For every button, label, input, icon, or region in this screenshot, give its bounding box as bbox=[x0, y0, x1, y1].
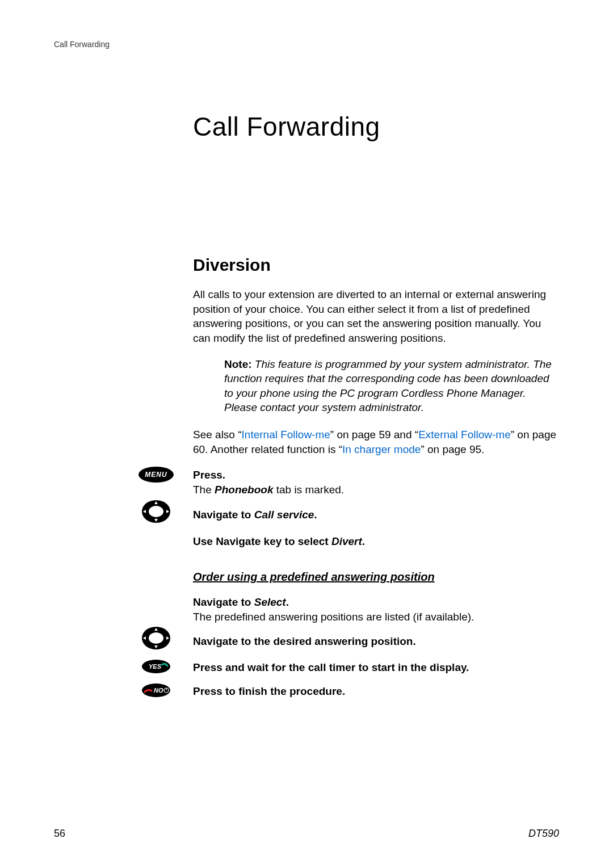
step-no: NO Press to finish the procedure. bbox=[193, 684, 559, 699]
navpos-text: Navigate to the desired answering positi… bbox=[193, 634, 559, 649]
note-label: Note: bbox=[224, 358, 252, 370]
page-number: 56 bbox=[54, 828, 65, 840]
step-navigate-select: Navigate to Select. The predefined answe… bbox=[193, 595, 559, 624]
page: Call Forwarding Call Forwarding Diversio… bbox=[0, 0, 613, 868]
divert-em: Divert bbox=[331, 535, 362, 547]
text: See also “ bbox=[193, 429, 242, 441]
text: ” on page 95. bbox=[421, 443, 484, 455]
link-internal-follow-me[interactable]: Internal Follow-me bbox=[242, 429, 330, 441]
text: . bbox=[286, 596, 289, 608]
no-icon: NO bbox=[141, 683, 171, 698]
steps-block-1: MENU Press. The Phonebook tab is marked. bbox=[193, 468, 559, 549]
svg-point-7 bbox=[149, 632, 163, 644]
menu-icon: MENU bbox=[138, 467, 174, 483]
section-title: Diversion bbox=[193, 255, 559, 275]
yes-icon: YES bbox=[141, 659, 171, 674]
step-press: MENU Press. The Phonebook tab is marked. bbox=[193, 468, 559, 497]
see-also-paragraph: See also “Internal Follow-me” on page 59… bbox=[193, 427, 559, 456]
link-external-follow-me[interactable]: External Follow-me bbox=[418, 429, 511, 441]
note-block: Note: This feature is programmed by your… bbox=[224, 357, 559, 416]
content-area: Call Forwarding Diversion All calls to y… bbox=[193, 49, 559, 698]
chapter-title: Call Forwarding bbox=[193, 111, 559, 142]
navigate-icon bbox=[141, 626, 171, 650]
running-header: Call Forwarding bbox=[54, 40, 559, 49]
svg-point-1 bbox=[149, 506, 163, 517]
intro-paragraph: All calls to your extension are diverted… bbox=[193, 287, 559, 346]
step-navigate-call-service: Navigate to Call service. bbox=[193, 508, 559, 522]
text: Use Navigate key to select bbox=[193, 535, 331, 547]
footer: 56 DT590 bbox=[54, 828, 559, 840]
step-yes: YES Press and wait for the call timer to… bbox=[193, 660, 559, 675]
text: Navigate to bbox=[193, 596, 254, 608]
steps-block-2: Navigate to Select. The predefined answe… bbox=[193, 595, 559, 698]
step-press-label: Press. bbox=[193, 469, 225, 481]
note-body: This feature is programmed by your syste… bbox=[224, 358, 552, 414]
text: Navigate to bbox=[193, 509, 254, 521]
navigate-icon bbox=[141, 500, 171, 523]
text: The bbox=[193, 484, 215, 496]
text: . bbox=[314, 509, 317, 521]
no-text: Press to finish the procedure. bbox=[193, 684, 559, 699]
select-em: Select bbox=[254, 596, 286, 608]
svg-text:NO: NO bbox=[154, 687, 163, 694]
model-label: DT590 bbox=[528, 828, 559, 840]
step-select-divert: Use Navigate key to select Divert. bbox=[193, 534, 559, 549]
text: . bbox=[362, 535, 365, 547]
yes-text: Press and wait for the call timer to sta… bbox=[193, 660, 559, 675]
link-in-charger-mode[interactable]: In charger mode bbox=[342, 443, 421, 455]
subsection-title: Order using a predefined answering posit… bbox=[193, 571, 559, 584]
menu-icon-label: MENU bbox=[145, 471, 167, 479]
text: tab is marked. bbox=[273, 484, 344, 496]
phonebook-em: Phonebook bbox=[215, 484, 273, 496]
svg-text:YES: YES bbox=[149, 663, 162, 670]
text: ” on page 59 and “ bbox=[330, 429, 418, 441]
call-service-em: Call service bbox=[254, 509, 314, 521]
navsel-sub: The predefined answering positions are l… bbox=[193, 611, 474, 623]
step-navigate-position: Navigate to the desired answering positi… bbox=[193, 634, 559, 649]
